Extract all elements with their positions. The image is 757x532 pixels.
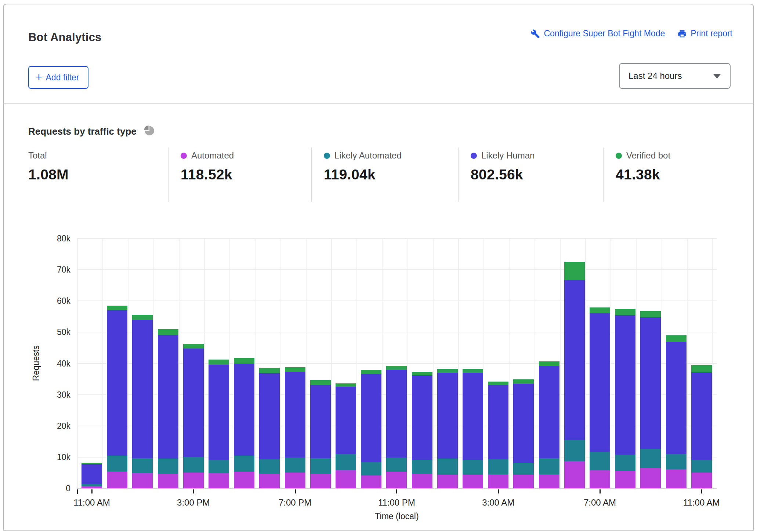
bar-segment-automated[interactable]: [615, 471, 635, 488]
bar-segment-automated[interactable]: [336, 470, 356, 488]
bar-segment-verified-bot[interactable]: [691, 365, 712, 372]
bar-segment-likely-human[interactable]: [336, 387, 356, 454]
bar-segment-likely-automated[interactable]: [82, 484, 102, 486]
bar-segment-verified-bot[interactable]: [386, 366, 407, 369]
bar-segment-verified-bot[interactable]: [539, 361, 559, 366]
bar-segment-verified-bot[interactable]: [412, 372, 432, 375]
bar-segment-verified-bot[interactable]: [285, 367, 305, 372]
bar-segment-likely-automated[interactable]: [386, 458, 407, 472]
pie-chart-icon[interactable]: [143, 125, 155, 138]
bar-segment-likely-automated[interactable]: [615, 455, 635, 471]
print-report-link[interactable]: Print report: [677, 29, 732, 39]
bar-segment-likely-human[interactable]: [209, 365, 229, 460]
bar-segment-likely-automated[interactable]: [412, 460, 432, 474]
bar-segment-likely-automated[interactable]: [336, 454, 356, 470]
bar-segment-likely-automated[interactable]: [234, 456, 254, 471]
bar-segment-automated[interactable]: [234, 472, 254, 488]
bar-segment-automated[interactable]: [158, 474, 178, 488]
bar-segment-likely-automated[interactable]: [463, 460, 483, 474]
bar-segment-likely-automated[interactable]: [361, 462, 381, 475]
bar-segment-likely-human[interactable]: [437, 373, 458, 459]
bar-segment-verified-bot[interactable]: [640, 311, 661, 317]
bar-segment-automated[interactable]: [488, 474, 508, 488]
bar-segment-likely-human[interactable]: [539, 366, 559, 458]
bar-segment-likely-human[interactable]: [132, 320, 153, 458]
bar-segment-automated[interactable]: [285, 473, 305, 488]
bar-segment-automated[interactable]: [437, 475, 458, 488]
bar-segment-likely-human[interactable]: [590, 313, 610, 451]
bar-segment-likely-human[interactable]: [463, 373, 483, 460]
bar-segment-likely-automated[interactable]: [285, 458, 305, 473]
bar-segment-verified-bot[interactable]: [513, 379, 534, 384]
bar-segment-likely-human[interactable]: [386, 370, 407, 458]
bar-segment-likely-automated[interactable]: [310, 458, 331, 474]
time-range-dropdown[interactable]: Last 24 hours: [619, 63, 731, 89]
bar-segment-verified-bot[interactable]: [158, 329, 178, 335]
bar-segment-automated[interactable]: [463, 475, 483, 488]
bar-segment-automated[interactable]: [361, 475, 381, 488]
bar-segment-likely-human[interactable]: [285, 372, 305, 458]
bar-segment-verified-bot[interactable]: [234, 358, 254, 363]
bar-segment-automated[interactable]: [132, 473, 153, 488]
bar-segment-verified-bot[interactable]: [666, 335, 687, 342]
bar-segment-verified-bot[interactable]: [336, 383, 356, 387]
bar-segment-likely-human[interactable]: [666, 342, 687, 454]
bar-segment-likely-human[interactable]: [412, 375, 432, 460]
bar-segment-automated[interactable]: [539, 474, 559, 488]
bar-segment-verified-bot[interactable]: [463, 369, 483, 372]
bar-segment-likely-human[interactable]: [615, 315, 635, 455]
bar-segment-likely-automated[interactable]: [488, 459, 508, 474]
add-filter-button[interactable]: + Add filter: [28, 66, 88, 89]
bar-segment-verified-bot[interactable]: [132, 315, 153, 320]
bar-segment-likely-human[interactable]: [310, 385, 331, 458]
bar-segment-likely-human[interactable]: [361, 374, 381, 462]
bar-segment-automated[interactable]: [107, 471, 127, 488]
configure-super-bot-fight-mode-link[interactable]: Configure Super Bot Fight Mode: [530, 29, 665, 39]
bar-segment-verified-bot[interactable]: [564, 262, 585, 280]
bar-segment-verified-bot[interactable]: [259, 368, 280, 373]
chart-plot[interactable]: 010k20k30k40k50k60k70k80k11:00 AM3:00 PM…: [77, 238, 717, 488]
bar-segment-likely-automated[interactable]: [539, 458, 559, 474]
bar-segment-likely-automated[interactable]: [158, 459, 178, 474]
bar-segment-likely-human[interactable]: [82, 464, 102, 484]
bar-segment-likely-automated[interactable]: [183, 457, 204, 473]
bar-segment-automated[interactable]: [209, 473, 229, 488]
bar-segment-verified-bot[interactable]: [82, 463, 102, 464]
bar-segment-likely-automated[interactable]: [590, 452, 610, 470]
bar-segment-likely-human[interactable]: [183, 349, 204, 457]
bar-segment-automated[interactable]: [183, 473, 204, 488]
bar-segment-likely-automated[interactable]: [666, 454, 687, 470]
bar-segment-likely-human[interactable]: [107, 310, 127, 456]
bar-segment-verified-bot[interactable]: [488, 382, 508, 385]
bar-segment-automated[interactable]: [590, 470, 610, 488]
bar-segment-verified-bot[interactable]: [183, 344, 204, 349]
bar-segment-automated[interactable]: [310, 474, 331, 488]
bar-segment-verified-bot[interactable]: [615, 309, 635, 315]
bar-segment-likely-human[interactable]: [691, 372, 712, 459]
bar-segment-likely-human[interactable]: [158, 335, 178, 459]
bar-segment-likely-automated[interactable]: [107, 456, 127, 471]
bar-segment-likely-human[interactable]: [640, 317, 661, 449]
bar-segment-automated[interactable]: [564, 461, 585, 488]
bar-segment-likely-automated[interactable]: [437, 459, 458, 475]
bar-segment-likely-human[interactable]: [259, 373, 280, 459]
bar-segment-verified-bot[interactable]: [590, 307, 610, 313]
bar-segment-likely-human[interactable]: [234, 364, 254, 456]
bar-segment-automated[interactable]: [666, 469, 687, 488]
bar-segment-automated[interactable]: [412, 474, 432, 488]
bar-segment-likely-automated[interactable]: [209, 460, 229, 473]
bar-segment-verified-bot[interactable]: [437, 369, 458, 372]
bar-segment-automated[interactable]: [386, 472, 407, 488]
bar-segment-automated[interactable]: [513, 475, 534, 488]
bar-segment-automated[interactable]: [259, 474, 280, 488]
bar-segment-likely-human[interactable]: [488, 385, 508, 459]
bar-segment-verified-bot[interactable]: [209, 360, 229, 365]
bar-segment-automated[interactable]: [640, 468, 661, 488]
bar-segment-likely-automated[interactable]: [564, 440, 585, 461]
bar-segment-verified-bot[interactable]: [310, 380, 331, 385]
bar-segment-verified-bot[interactable]: [107, 306, 127, 310]
bar-segment-likely-human[interactable]: [564, 280, 585, 440]
bar-segment-automated[interactable]: [82, 486, 102, 488]
bar-segment-automated[interactable]: [691, 473, 712, 488]
bar-segment-likely-automated[interactable]: [259, 459, 280, 474]
